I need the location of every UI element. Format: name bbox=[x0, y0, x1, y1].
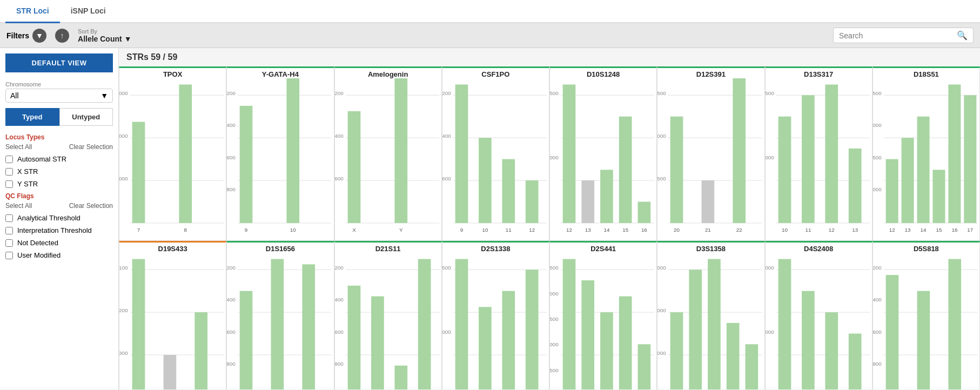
svg-text:1000: 1000 bbox=[550, 290, 559, 296]
svg-text:1500: 1500 bbox=[550, 316, 559, 322]
checkbox-x-str[interactable]: X STR bbox=[0, 165, 118, 178]
svg-text:200: 200 bbox=[227, 90, 236, 96]
checkbox-interpretation-threshold-input[interactable] bbox=[5, 227, 13, 234]
svg-text:100: 100 bbox=[119, 265, 128, 271]
locus-card-amelogenin[interactable]: Amelogenin600400200XY bbox=[334, 66, 442, 241]
qc-clear-selection[interactable]: Clear Selection bbox=[69, 202, 113, 210]
chromosome-select[interactable]: All ▼ bbox=[5, 89, 113, 103]
default-view-button[interactable]: DEFAULT VIEW bbox=[5, 53, 113, 72]
locus-title: D21S11 bbox=[335, 243, 441, 253]
search-input[interactable] bbox=[839, 31, 957, 40]
filters-icon[interactable]: ▼ bbox=[32, 29, 46, 43]
bar bbox=[670, 312, 683, 389]
qc-flags-select-row: Select All Clear Selection bbox=[0, 201, 118, 212]
checkbox-y-str[interactable]: Y STR bbox=[0, 178, 118, 190]
svg-text:2000: 2000 bbox=[766, 328, 774, 334]
checkbox-y-str-input[interactable] bbox=[5, 180, 13, 188]
locus-card-ygatah4[interactable]: Y-GATA-H4800600400200910 bbox=[226, 66, 334, 241]
bar bbox=[964, 95, 976, 223]
sort-direction-button[interactable]: ↑ bbox=[55, 29, 69, 43]
bar bbox=[581, 280, 594, 389]
chromosome-dropdown-icon: ▼ bbox=[100, 91, 108, 100]
svg-text:400: 400 bbox=[442, 133, 451, 139]
svg-text:200: 200 bbox=[119, 307, 128, 313]
svg-text:13: 13 bbox=[852, 227, 858, 233]
svg-text:600: 600 bbox=[873, 328, 882, 334]
sort-value[interactable]: Allele Count ▼ bbox=[78, 35, 132, 43]
bar bbox=[394, 78, 407, 223]
locus-clear-selection[interactable]: Clear Selection bbox=[69, 143, 113, 151]
svg-text:800: 800 bbox=[227, 186, 236, 192]
svg-text:600: 600 bbox=[335, 176, 344, 181]
checkbox-x-str-input[interactable] bbox=[5, 168, 13, 176]
locus-card-d2s1338[interactable]: D2S1338100050021222324 bbox=[442, 241, 549, 389]
svg-text:400: 400 bbox=[227, 297, 236, 302]
svg-text:10: 10 bbox=[482, 227, 488, 233]
checkbox-interpretation-threshold-label: Interpretation Threshold bbox=[17, 226, 92, 234]
sort-by-label: Sort By bbox=[78, 28, 132, 35]
svg-text:600: 600 bbox=[442, 176, 451, 181]
checkbox-user-modified[interactable]: User Modified bbox=[0, 249, 118, 261]
locus-card-d12s391[interactable]: D12S39115001000500202122 bbox=[657, 66, 764, 241]
bar bbox=[303, 264, 316, 389]
svg-text:16: 16 bbox=[951, 227, 957, 233]
bar bbox=[563, 259, 576, 389]
filters-button[interactable]: Filters ▼ bbox=[6, 29, 46, 43]
checkbox-autosomal-str[interactable]: Autosomal STR bbox=[0, 153, 118, 165]
bar bbox=[727, 323, 740, 389]
typed-button[interactable]: Typed bbox=[5, 108, 59, 126]
svg-text:9: 9 bbox=[460, 227, 464, 233]
locus-card-d18s51[interactable]: D18S51200015001000500121314151617 bbox=[872, 66, 980, 241]
locus-select-all[interactable]: Select All bbox=[5, 143, 32, 151]
checkbox-analytical-threshold-input[interactable] bbox=[5, 214, 13, 222]
chromosome-value: All bbox=[10, 91, 19, 100]
svg-text:1000: 1000 bbox=[657, 265, 666, 271]
tab-isnp-loci[interactable]: iSNP Loci bbox=[60, 0, 117, 23]
filters-label: Filters bbox=[6, 31, 29, 40]
locus-card-d13s317[interactable]: D13S317100050010111213 bbox=[765, 66, 872, 241]
svg-text:10: 10 bbox=[290, 227, 296, 233]
locus-card-d3s1358[interactable]: D3S13583000200010001314151617 bbox=[657, 241, 764, 389]
locus-card-csf1po[interactable]: CSF1PO6004002009101112 bbox=[442, 66, 549, 241]
locus-card-d5s818[interactable]: D5S818800600400200101112 bbox=[872, 241, 980, 389]
locus-card-tpox[interactable]: TPOX30002000100078 bbox=[119, 66, 226, 241]
bar-chart: 600400200XY bbox=[335, 78, 441, 251]
svg-text:1000: 1000 bbox=[550, 154, 559, 160]
checkbox-user-modified-input[interactable] bbox=[5, 252, 13, 259]
checkbox-analytical-threshold[interactable]: Analytical Threshold bbox=[0, 212, 118, 224]
search-icon: 🔍 bbox=[957, 30, 968, 41]
locus-types-select-row: Select All Clear Selection bbox=[0, 142, 118, 153]
search-box[interactable]: 🔍 bbox=[833, 28, 974, 43]
bar-chart: 25002000150010005001011141516 bbox=[550, 253, 656, 389]
checkbox-autosomal-str-input[interactable] bbox=[5, 156, 13, 163]
bar-chart: 200015001000500121314151617 bbox=[873, 78, 979, 251]
checkbox-not-detected-input[interactable] bbox=[5, 239, 13, 247]
checkbox-interpretation-threshold[interactable]: Interpretation Threshold bbox=[0, 224, 118, 237]
svg-text:200: 200 bbox=[442, 90, 451, 96]
bar bbox=[708, 259, 721, 389]
svg-text:11: 11 bbox=[805, 227, 811, 233]
qc-select-all[interactable]: Select All bbox=[5, 202, 32, 210]
svg-text:9: 9 bbox=[245, 227, 248, 233]
bar bbox=[418, 259, 431, 389]
untyped-button[interactable]: Untyped bbox=[59, 108, 113, 126]
locus-card-d4s2408[interactable]: D4S24082000100078910 bbox=[765, 241, 872, 389]
locus-card-d21s11[interactable]: D21S11800600400200293030.231.2 bbox=[334, 241, 442, 389]
checkbox-not-detected[interactable]: Not Detected bbox=[0, 237, 118, 249]
locus-card-d10s1248[interactable]: D10S124810005001213141516 bbox=[549, 66, 657, 241]
sort-section[interactable]: Sort By Allele Count ▼ bbox=[78, 28, 132, 43]
locus-card-d2s441[interactable]: D2S44125002000150010005001011141516 bbox=[549, 241, 657, 389]
svg-text:400: 400 bbox=[227, 122, 236, 128]
bar bbox=[948, 259, 961, 389]
svg-text:1000: 1000 bbox=[119, 90, 128, 96]
locus-card-d1s1656[interactable]: D1S1656800600400200121314 bbox=[226, 241, 334, 389]
bar bbox=[502, 159, 515, 223]
bar bbox=[479, 307, 492, 389]
bar bbox=[689, 270, 702, 389]
svg-text:500: 500 bbox=[766, 90, 774, 96]
locus-card-d19s433[interactable]: D19S433300200100131416.2 bbox=[119, 241, 226, 389]
tab-str-loci[interactable]: STR Loci bbox=[5, 0, 60, 23]
bar bbox=[371, 296, 384, 389]
svg-text:1000: 1000 bbox=[766, 154, 774, 160]
locus-title: Amelogenin bbox=[335, 68, 441, 78]
